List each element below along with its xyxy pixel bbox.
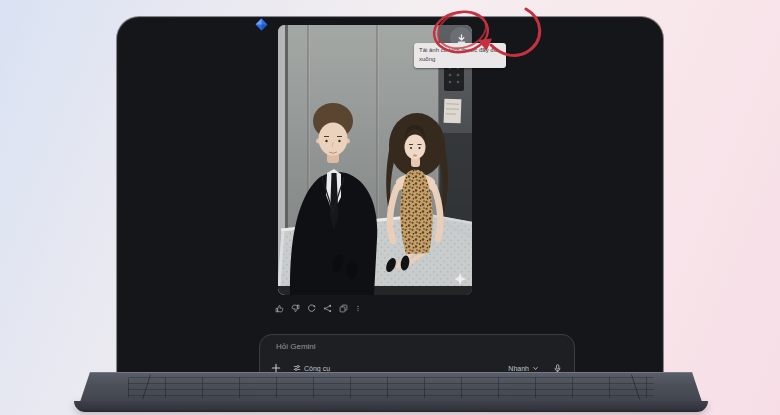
thumbs-up-icon[interactable] (275, 304, 284, 313)
download-icon (456, 33, 467, 44)
share-icon[interactable] (323, 304, 332, 313)
laptop-screen: Tải ảnh có kích thước đầy đủ xuống (117, 17, 663, 373)
download-tooltip: Tải ảnh có kích thước đầy đủ xuống (414, 43, 506, 68)
plus-icon[interactable] (271, 363, 281, 373)
sliders-icon (293, 364, 301, 372)
chevron-down-icon (532, 365, 539, 372)
redo-icon[interactable] (307, 304, 316, 313)
thumbs-down-icon[interactable] (291, 304, 300, 313)
laptop-keyboard-deck (80, 372, 702, 402)
mic-icon[interactable] (553, 364, 562, 373)
prompt-input-box[interactable]: Hỏi Gemini Công cụ Nhanh (259, 334, 575, 373)
prompt-placeholder: Hỏi Gemini (276, 342, 316, 351)
copy-icon[interactable] (339, 304, 348, 313)
stage: Tải ảnh có kích thước đầy đủ xuống (0, 0, 780, 415)
tools-label: Công cụ (304, 365, 330, 372)
mode-label: Nhanh (508, 365, 529, 372)
keyboard-keys (128, 377, 654, 398)
prompt-toolbar: Công cụ Nhanh (271, 360, 562, 373)
deck-edge-highlight (88, 372, 694, 373)
laptop-front-edge (74, 401, 708, 412)
tools-button[interactable]: Công cụ (293, 364, 330, 372)
more-vert-icon[interactable] (355, 304, 361, 313)
response-action-bar (275, 304, 361, 313)
blue-diamond-icon (255, 17, 268, 30)
mode-selector[interactable]: Nhanh (508, 365, 539, 372)
